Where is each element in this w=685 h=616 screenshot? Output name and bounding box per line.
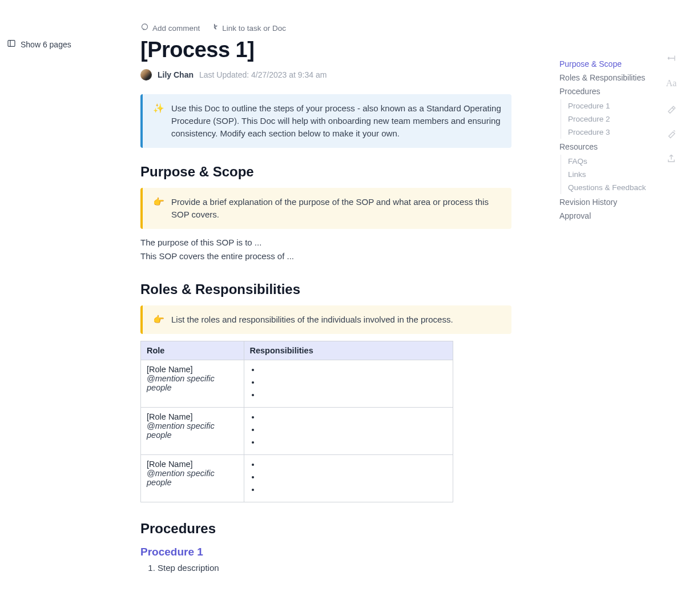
table-row[interactable]: [Role Name] @mention specific people <box>141 360 453 408</box>
point-right-icon: 👉 <box>153 313 164 326</box>
role-name: [Role Name] <box>147 412 238 421</box>
font-icon[interactable]: Aa <box>666 78 677 89</box>
width-toggle-icon[interactable] <box>666 53 677 64</box>
show-pages-button[interactable]: Show 6 pages <box>7 39 71 50</box>
heading-purpose[interactable]: Purpose & Scope <box>140 164 511 180</box>
intro-callout[interactable]: ✨ Use this Doc to outline the steps of y… <box>140 94 511 148</box>
purpose-line-2[interactable]: This SOP covers the entire process of ..… <box>140 249 511 263</box>
page-title[interactable]: [Process 1] <box>140 38 511 62</box>
outline-item-links[interactable]: Links <box>568 168 651 181</box>
roles-callout[interactable]: 👉 List the roles and responsibilities of… <box>140 305 511 334</box>
comment-icon <box>140 23 149 33</box>
col-responsibilities: Responsibilities <box>244 341 453 360</box>
step-item[interactable]: Step description <box>158 563 511 573</box>
add-comment-label: Add comment <box>152 24 200 33</box>
outline-item-procedures[interactable]: Procedures <box>559 84 651 98</box>
procedure-1-title[interactable]: Procedure 1 <box>140 546 511 558</box>
share-icon[interactable] <box>666 153 677 164</box>
role-mention: @mention specific people <box>147 374 238 392</box>
meta-row: Lily Chan Last Updated: 4/27/2023 at 9:3… <box>140 69 511 80</box>
last-updated: Last Updated: 4/27/2023 at 9:34 am <box>199 70 327 79</box>
add-comment-button[interactable]: Add comment <box>140 23 200 33</box>
role-mention: @mention specific people <box>147 469 238 487</box>
svg-point-2 <box>142 24 148 30</box>
roles-table[interactable]: Role Responsibilities [Role Name] @menti… <box>140 341 453 502</box>
outline-item-purpose[interactable]: Purpose & Scope <box>559 57 651 71</box>
table-row[interactable]: [Role Name] @mention specific people <box>141 408 453 455</box>
col-role: Role <box>141 341 244 360</box>
outline-item-procedure-2[interactable]: Procedure 2 <box>568 112 651 126</box>
role-name: [Role Name] <box>147 460 238 469</box>
heading-roles[interactable]: Roles & Responsibilities <box>140 281 511 297</box>
icon-rail: Aa <box>666 53 677 164</box>
point-right-icon: 👉 <box>153 196 164 208</box>
outline-item-roles[interactable]: Roles & Responsibilities <box>559 71 651 84</box>
style-icon[interactable] <box>666 103 677 114</box>
svg-rect-0 <box>8 41 15 47</box>
procedure-1-steps[interactable]: Step description <box>140 563 511 573</box>
outline-item-faqs[interactable]: FAQs <box>568 155 651 168</box>
outline-sidebar: Purpose & Scope Roles & Responsibilities… <box>559 57 651 223</box>
purpose-callout[interactable]: 👉 Provide a brief explanation of the pur… <box>140 188 511 229</box>
link-task-label: Link to task or Doc <box>222 24 286 33</box>
outline-item-procedure-3[interactable]: Procedure 3 <box>568 126 651 139</box>
resp-list <box>250 365 448 402</box>
resp-list <box>250 412 448 450</box>
resp-list <box>250 460 448 497</box>
table-row[interactable]: [Role Name] @mention specific people <box>141 455 453 502</box>
outline-item-revision[interactable]: Revision History <box>559 195 651 209</box>
role-name: [Role Name] <box>147 365 238 374</box>
author-name[interactable]: Lily Chan <box>158 70 194 79</box>
outline-item-procedure-1[interactable]: Procedure 1 <box>568 99 651 112</box>
document-main: Add comment Link to task or Doc [Process… <box>140 23 511 573</box>
link-task-button[interactable]: Link to task or Doc <box>210 23 286 33</box>
purpose-line-1[interactable]: The purpose of this SOP is to ... <box>140 236 511 249</box>
top-actions: Add comment Link to task or Doc <box>140 23 511 33</box>
ai-icon[interactable] <box>666 128 677 139</box>
show-pages-label: Show 6 pages <box>21 40 71 49</box>
outline-item-approval[interactable]: Approval <box>559 209 651 223</box>
heading-procedures[interactable]: Procedures <box>140 521 511 537</box>
outline-item-questions[interactable]: Questions & Feedback <box>568 181 651 194</box>
intro-callout-text: Use this Doc to outline the steps of you… <box>171 102 501 140</box>
outline-item-resources[interactable]: Resources <box>559 140 651 154</box>
purpose-callout-text: Provide a brief explanation of the purpo… <box>171 196 501 221</box>
sidebar-icon <box>7 39 16 50</box>
link-icon <box>210 23 219 33</box>
avatar[interactable] <box>140 69 152 80</box>
roles-callout-text: List the roles and responsibilities of t… <box>171 313 453 326</box>
sparkles-icon: ✨ <box>153 102 164 115</box>
role-mention: @mention specific people <box>147 421 238 440</box>
